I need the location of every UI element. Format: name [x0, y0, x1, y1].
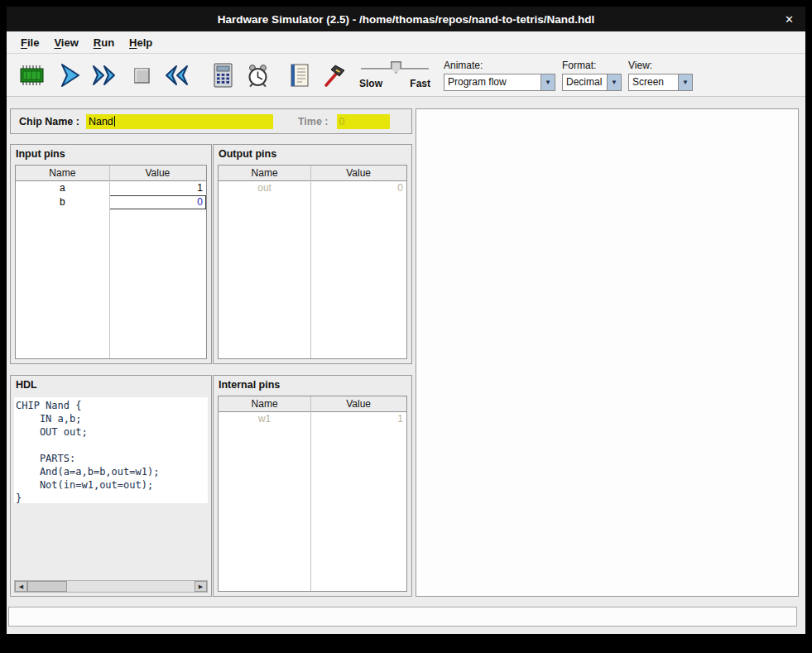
- stop-button[interactable]: [126, 57, 157, 94]
- rewind-icon: [164, 61, 192, 89]
- right-arrow-icon: ▶: [199, 583, 203, 590]
- animate-group: Animate: Program flow ▼: [444, 60, 555, 91]
- clock-button[interactable]: [242, 57, 273, 94]
- stop-icon: [127, 61, 156, 89]
- hdl-editor[interactable]: CHIP Nand { IN a,b; OUT out; PARTS: And(…: [14, 397, 208, 503]
- column-header-value: Value: [109, 166, 206, 180]
- column-header-value: Value: [310, 166, 406, 180]
- column-header-name: Name: [219, 166, 310, 180]
- chevron-down-icon: ▼: [541, 74, 555, 90]
- table-header: Name Value: [219, 396, 406, 412]
- table-body: w1 1: [219, 412, 406, 591]
- pin-name: w1: [219, 412, 310, 426]
- window-title: Hardware Simulator (2.5) - /home/thomas/…: [218, 13, 594, 26]
- speed-slider: Slow Fast: [359, 60, 430, 89]
- column-divider: [310, 166, 311, 358]
- fast-forward-icon: [91, 61, 119, 89]
- calculator-icon: [209, 61, 237, 89]
- scroll-right-button[interactable]: ▶: [195, 581, 207, 592]
- chip-name-bar: Chip Name : Nand Time : 0: [10, 108, 412, 134]
- script-button[interactable]: [283, 57, 315, 94]
- output-pins-panel: Output pins Name Value out 0: [213, 144, 412, 364]
- scroll-thumb[interactable]: [27, 581, 67, 592]
- format-selected-value: Decimal: [563, 76, 607, 88]
- table-row: b 0: [16, 195, 206, 209]
- main-content: Chip Name : Nand Time : 0 Input pins Nam…: [7, 97, 805, 634]
- clock-icon: [243, 61, 271, 89]
- breakpoint-axe-icon: [320, 61, 348, 89]
- input-pins-panel: Input pins Name Value a 1 b 0: [10, 144, 212, 364]
- animate-label: Animate:: [444, 60, 555, 71]
- view-selected-value: Screen: [629, 76, 678, 88]
- table-row: w1 1: [219, 412, 406, 426]
- table-row: a 1: [16, 181, 206, 195]
- text-caret: [114, 116, 115, 127]
- view-group: View: Screen ▼: [628, 60, 693, 91]
- format-select[interactable]: Decimal ▼: [562, 74, 622, 91]
- time-label: Time :: [298, 116, 329, 127]
- pin-name: out: [219, 181, 310, 195]
- chip-name-label: Chip Name :: [19, 116, 79, 127]
- chevron-down-icon: ▼: [607, 74, 621, 90]
- hardware-simulator-window: Hardware Simulator (2.5) - /home/thomas/…: [7, 7, 805, 634]
- internal-pins-panel: Internal pins Name Value w1 1: [213, 375, 412, 597]
- column-header-name: Name: [219, 396, 310, 411]
- menu-file[interactable]: File: [13, 34, 46, 51]
- status-bar: [8, 607, 797, 627]
- pin-name: a: [16, 181, 109, 195]
- table-header: Name Value: [16, 166, 206, 181]
- load-chip-button[interactable]: [17, 57, 48, 94]
- table-row: out 0: [219, 181, 406, 195]
- menu-view[interactable]: View: [46, 34, 85, 51]
- pin-value: 1: [310, 412, 406, 426]
- input-pins-title: Input pins: [11, 145, 211, 161]
- pin-value-editing[interactable]: 0: [109, 195, 206, 209]
- view-label: View:: [628, 60, 693, 71]
- output-pins-title: Output pins: [214, 145, 411, 161]
- output-pins-table: Name Value out 0: [218, 165, 407, 359]
- input-pins-table: Name Value a 1 b 0: [15, 165, 207, 359]
- hdl-panel: HDL CHIP Nand { IN a,b; OUT out; PARTS: …: [10, 375, 212, 597]
- pin-name: b: [16, 195, 109, 209]
- reset-button[interactable]: [162, 57, 194, 94]
- scroll-left-button[interactable]: ◀: [15, 581, 27, 592]
- single-step-button[interactable]: [55, 57, 86, 94]
- menu-bar: File View Run Help: [7, 31, 805, 54]
- close-button[interactable]: ✕: [785, 13, 794, 26]
- chip-icon: [17, 63, 47, 88]
- slider-fast-label: Fast: [410, 78, 430, 89]
- toolbar: Slow Fast Animate: Program flow ▼ Format…: [7, 54, 805, 97]
- animate-select[interactable]: Program flow ▼: [444, 74, 555, 91]
- column-divider: [310, 396, 311, 591]
- hdl-title: HDL: [11, 376, 211, 392]
- chip-name-field[interactable]: Nand: [86, 114, 273, 129]
- script-icon: [285, 61, 313, 89]
- slider-slow-label: Slow: [359, 78, 382, 89]
- speed-slider-thumb[interactable]: [391, 61, 401, 74]
- calculator-button[interactable]: [207, 57, 238, 94]
- menu-run[interactable]: Run: [86, 34, 122, 51]
- column-header-value: Value: [310, 396, 406, 411]
- pin-value[interactable]: 1: [109, 181, 206, 195]
- pin-value: 0: [310, 181, 406, 195]
- hdl-horizontal-scrollbar[interactable]: ◀ ▶: [14, 580, 208, 593]
- chevron-down-icon: ▼: [678, 74, 692, 90]
- menu-help[interactable]: Help: [122, 34, 160, 51]
- internal-pins-table: Name Value w1 1: [218, 396, 407, 592]
- column-header-name: Name: [16, 166, 109, 180]
- format-group: Format: Decimal ▼: [562, 60, 622, 91]
- table-body: a 1 b 0: [16, 181, 206, 358]
- table-header: Name Value: [219, 166, 406, 181]
- view-select[interactable]: Screen ▼: [628, 74, 693, 91]
- format-label: Format:: [562, 60, 622, 71]
- animate-selected-value: Program flow: [444, 76, 541, 88]
- single-step-icon: [56, 61, 84, 89]
- title-bar: Hardware Simulator (2.5) - /home/thomas/…: [7, 7, 805, 31]
- column-divider: [109, 166, 110, 358]
- time-field: 0: [337, 114, 390, 129]
- left-arrow-icon: ◀: [19, 583, 23, 590]
- table-body: out 0: [219, 181, 406, 358]
- run-button[interactable]: [89, 57, 121, 94]
- screen-display-panel: [416, 108, 799, 597]
- breakpoints-button[interactable]: [318, 57, 349, 94]
